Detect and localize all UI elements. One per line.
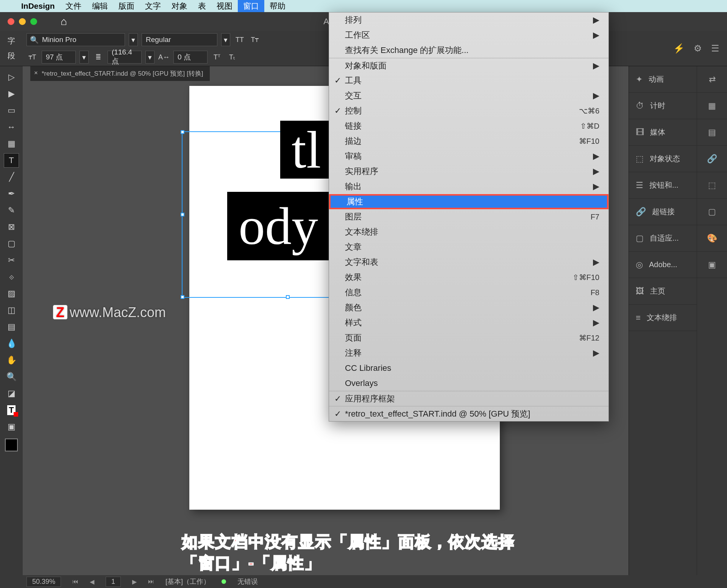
- gradient-feather-icon[interactable]: ◫: [4, 303, 19, 317]
- close-icon[interactable]: [8, 18, 14, 25]
- panel-1[interactable]: ⏱计时: [629, 93, 697, 119]
- menu-item-11[interactable]: 输出▶: [329, 179, 608, 194]
- preflight-status[interactable]: 无错误: [237, 577, 258, 586]
- sub-icon[interactable]: Tₜ: [226, 53, 238, 61]
- font-dropdown-icon[interactable]: ▾: [129, 33, 138, 46]
- menu-item-17[interactable]: 效果⇧⌘F10: [329, 270, 608, 285]
- minimize-icon[interactable]: [19, 18, 26, 25]
- menu-item-6[interactable]: ✓控制⌥⌘6: [329, 103, 608, 118]
- zoom-tool-icon[interactable]: 🔍: [4, 370, 19, 384]
- menu-view[interactable]: 视图: [217, 1, 232, 11]
- menu-lines-icon[interactable]: ☰: [711, 43, 719, 54]
- pencil-tool-icon[interactable]: ✎: [4, 203, 19, 218]
- menu-item-14[interactable]: 文本绕排: [329, 224, 608, 240]
- menu-item-20[interactable]: 样式▶: [329, 315, 608, 330]
- handle-bl-icon[interactable]: [181, 295, 184, 299]
- prev-page-icon[interactable]: ◀: [90, 578, 94, 585]
- panel2-3[interactable]: 🔗: [697, 146, 727, 172]
- menu-item-7[interactable]: 链接⇧⌘D: [329, 118, 608, 134]
- home-icon[interactable]: ⌂: [61, 16, 67, 28]
- menu-object[interactable]: 对象: [172, 1, 187, 11]
- menu-type[interactable]: 文字: [145, 1, 161, 11]
- menu-item-3[interactable]: 对象和版面▶: [329, 58, 608, 73]
- panel-3[interactable]: ⬚对象状态: [629, 146, 697, 172]
- panel-7[interactable]: ◎Adobe...: [629, 252, 697, 278]
- handle-ml-icon[interactable]: [181, 213, 184, 216]
- menu-item-25[interactable]: ✓应用程序框架: [329, 391, 608, 406]
- preflight-preset[interactable]: [基本]（工作）: [165, 577, 210, 586]
- panel-8[interactable]: 🖼主页: [629, 278, 697, 305]
- note-tool-icon[interactable]: ▤: [4, 320, 19, 334]
- panel2-0[interactable]: ⇄: [697, 66, 727, 93]
- panel-0[interactable]: ✦动画: [629, 66, 697, 93]
- page-tool-icon[interactable]: ▭: [4, 103, 19, 118]
- menu-item-24[interactable]: Overlays: [329, 376, 608, 391]
- pen-tool-icon[interactable]: ✒: [4, 187, 19, 201]
- smallcaps-icon[interactable]: Tᴛ: [249, 36, 261, 44]
- type-tool-icon[interactable]: T: [4, 153, 19, 168]
- menu-help[interactable]: 帮助: [270, 1, 285, 11]
- menu-item-8[interactable]: 描边⌘F10: [329, 134, 608, 149]
- menu-item-0[interactable]: 排列▶: [329, 12, 608, 28]
- maximize-icon[interactable]: [30, 18, 37, 25]
- next-page-icon[interactable]: ▶: [132, 578, 137, 585]
- document-tab[interactable]: *retro_text_effect_START.indd @ 50% [GPU…: [30, 66, 210, 81]
- menu-item-23[interactable]: CC Libraries: [329, 361, 608, 376]
- line-tool-icon[interactable]: ╱: [4, 170, 19, 184]
- menu-item-9[interactable]: 审稿▶: [329, 149, 608, 164]
- menu-item-21[interactable]: 页面⌘F12: [329, 330, 608, 345]
- panel2-5[interactable]: ▢: [697, 199, 727, 225]
- menu-item-26[interactable]: ✓*retro_text_effect_START.indd @ 50% [GP…: [329, 406, 608, 421]
- formatting-affects-icon[interactable]: T: [4, 403, 19, 417]
- fill-stroke-icon[interactable]: ◪: [4, 386, 19, 401]
- weight-dropdown-icon[interactable]: ▾: [221, 33, 230, 46]
- gradient-swatch-icon[interactable]: ▨: [4, 286, 19, 301]
- rectangle-frame-icon[interactable]: ⊠: [4, 220, 19, 234]
- color-swatch[interactable]: [5, 439, 18, 451]
- gap-tool-icon[interactable]: ↔: [4, 120, 19, 134]
- panel-5[interactable]: 🔗超链接: [629, 199, 697, 225]
- menu-item-13[interactable]: 图层F7: [329, 209, 608, 224]
- free-transform-icon[interactable]: ⟐: [4, 270, 19, 284]
- panel2-6[interactable]: 🎨: [697, 225, 727, 252]
- caps-icon[interactable]: TT: [234, 36, 245, 44]
- panel2-7[interactable]: ▣: [697, 252, 727, 278]
- gear-icon[interactable]: ⚙: [694, 43, 702, 54]
- content-tool-icon[interactable]: ▦: [4, 137, 19, 151]
- first-page-icon[interactable]: ⏮: [72, 578, 78, 585]
- rectangle-tool-icon[interactable]: ▢: [4, 236, 19, 251]
- menu-item-4[interactable]: ✓工具: [329, 73, 608, 88]
- menu-file[interactable]: 文件: [66, 1, 81, 11]
- panel2-1[interactable]: ▦: [697, 93, 727, 119]
- super-icon[interactable]: Tᵀ: [211, 53, 223, 61]
- menu-table[interactable]: 表: [198, 1, 206, 11]
- para-tab[interactable]: 段: [8, 48, 15, 63]
- handle-tl-icon[interactable]: [181, 130, 184, 134]
- page-field[interactable]: 1: [106, 577, 121, 587]
- handle-bm-icon[interactable]: [286, 295, 290, 299]
- direct-selection-tool-icon[interactable]: ▶: [4, 87, 19, 101]
- eyedropper-icon[interactable]: 💧: [4, 336, 19, 351]
- font-family-field[interactable]: 🔍 Minion Pro: [27, 33, 125, 46]
- menu-item-19[interactable]: 颜色▶: [329, 300, 608, 315]
- menu-item-22[interactable]: 注释▶: [329, 345, 608, 361]
- menu-item-16[interactable]: 文字和表▶: [329, 255, 608, 270]
- menu-item-15[interactable]: 文章: [329, 240, 608, 255]
- menu-edit[interactable]: 编辑: [92, 1, 108, 11]
- panel-6[interactable]: ▢自适应...: [629, 225, 697, 252]
- bolt-icon[interactable]: ⚡: [673, 43, 685, 54]
- scissors-icon[interactable]: ✂: [4, 253, 19, 268]
- menu-item-2[interactable]: 查找有关 Exchange 的扩展功能...: [329, 43, 608, 58]
- menu-item-10[interactable]: 实用程序▶: [329, 164, 608, 179]
- font-weight-field[interactable]: Regular: [142, 33, 217, 46]
- leading-dropdown-icon[interactable]: ▾: [145, 51, 154, 64]
- menu-window[interactable]: 窗口: [238, 0, 264, 13]
- menu-item-5[interactable]: 交互▶: [329, 88, 608, 103]
- panel-2[interactable]: 🎞媒体: [629, 119, 697, 146]
- panel2-2[interactable]: ▤: [697, 119, 727, 146]
- menu-item-18[interactable]: 信息F8: [329, 285, 608, 300]
- screen-mode-icon[interactable]: ▣: [4, 420, 19, 434]
- app-name[interactable]: InDesign: [21, 2, 55, 11]
- leading-field[interactable]: (116.4 点: [108, 51, 142, 64]
- panel2-4[interactable]: ⬚: [697, 172, 727, 199]
